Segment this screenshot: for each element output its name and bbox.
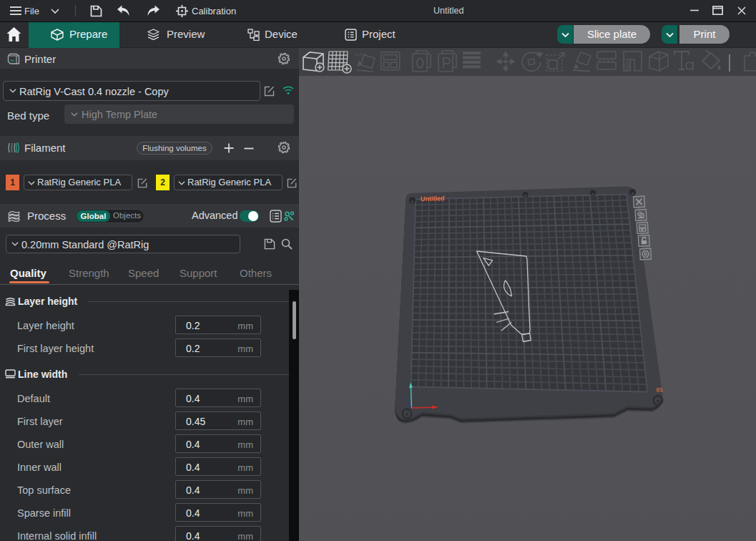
svg-text:01: 01 [656, 386, 664, 394]
svg-text:Untitled: Untitled [421, 195, 445, 203]
